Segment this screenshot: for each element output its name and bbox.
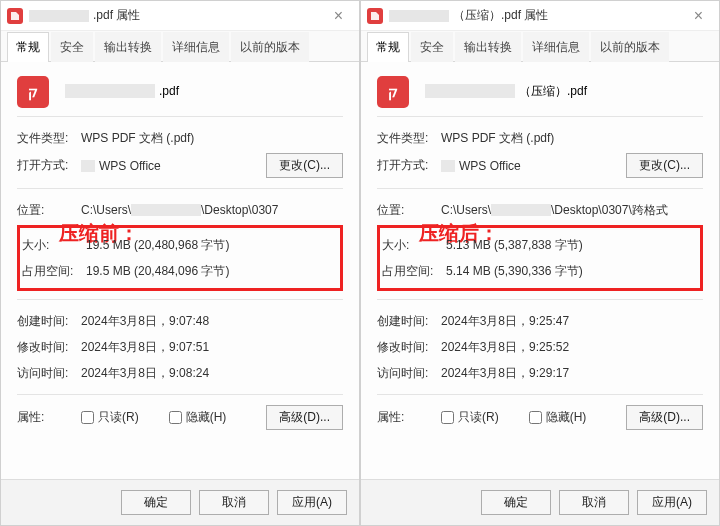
value-open: WPS Office — [459, 159, 521, 173]
label-used: 占用空间: — [22, 263, 86, 280]
loc-suffix: \Desktop\0307 — [201, 203, 278, 217]
label-attributes: 属性: — [17, 409, 81, 426]
label-type: 文件类型: — [377, 130, 441, 147]
file-type-icon: ק — [377, 76, 409, 108]
loc-suffix: \Desktop\0307\跨格式 — [551, 202, 668, 219]
tab-bar: 常规 安全 输出转换 详细信息 以前的版本 — [361, 31, 719, 62]
value-accessed: 2024年3月8日，9:08:24 — [81, 365, 343, 382]
ok-button[interactable]: 确定 — [481, 490, 551, 515]
cancel-button[interactable]: 取消 — [559, 490, 629, 515]
advanced-button[interactable]: 高级(D)... — [266, 405, 343, 430]
highlight-box-before: 大小:19.5 MB (20,480,968 字节) 占用空间:19.5 MB … — [17, 225, 343, 291]
value-created: 2024年3月8日，9:07:48 — [81, 313, 343, 330]
redacted-user — [491, 204, 551, 216]
tab-bar: 常规 安全 输出转换 详细信息 以前的版本 — [1, 31, 359, 62]
filename-field[interactable]: .pdf — [65, 74, 343, 108]
filename-field[interactable]: （压缩）.pdf — [425, 74, 703, 108]
label-size: 大小: — [382, 237, 446, 254]
file-type-icon: ק — [17, 76, 49, 108]
window-title: （压缩）.pdf 属性 — [453, 7, 548, 24]
properties-dialog-after: （压缩）.pdf 属性 × 常规 安全 输出转换 详细信息 以前的版本 ק （压… — [360, 0, 720, 526]
tab-previous[interactable]: 以前的版本 — [231, 32, 309, 62]
close-icon[interactable]: × — [324, 3, 353, 29]
change-button[interactable]: 更改(C)... — [626, 153, 703, 178]
tab-details[interactable]: 详细信息 — [523, 32, 589, 62]
window-title: .pdf 属性 — [93, 7, 140, 24]
label-accessed: 访问时间: — [17, 365, 81, 382]
tab-details[interactable]: 详细信息 — [163, 32, 229, 62]
redacted-title — [389, 10, 449, 22]
change-button[interactable]: 更改(C)... — [266, 153, 343, 178]
value-created: 2024年3月8日，9:25:47 — [441, 313, 703, 330]
apply-button[interactable]: 应用(A) — [277, 490, 347, 515]
label-created: 创建时间: — [17, 313, 81, 330]
tab-general[interactable]: 常规 — [367, 32, 409, 62]
value-used: 19.5 MB (20,484,096 字节) — [86, 263, 338, 280]
apply-button[interactable]: 应用(A) — [637, 490, 707, 515]
value-used: 5.14 MB (5,390,336 字节) — [446, 263, 698, 280]
label-type: 文件类型: — [17, 130, 81, 147]
hidden-checkbox[interactable]: 隐藏(H) — [529, 409, 587, 426]
redacted-app-icon — [81, 160, 95, 172]
label-location: 位置: — [377, 202, 441, 219]
tab-general[interactable]: 常规 — [7, 32, 49, 62]
titlebar: .pdf 属性 × — [1, 1, 359, 31]
value-type: WPS PDF 文档 (.pdf) — [81, 130, 343, 147]
label-open: 打开方式: — [377, 157, 441, 174]
label-location: 位置: — [17, 202, 81, 219]
value-type: WPS PDF 文档 (.pdf) — [441, 130, 703, 147]
label-accessed: 访问时间: — [377, 365, 441, 382]
ok-button[interactable]: 确定 — [121, 490, 191, 515]
pdf-icon — [7, 8, 23, 24]
tab-security[interactable]: 安全 — [411, 32, 453, 62]
tab-previous[interactable]: 以前的版本 — [591, 32, 669, 62]
pdf-icon — [367, 8, 383, 24]
properties-dialog-before: .pdf 属性 × 常规 安全 输出转换 详细信息 以前的版本 ק .pdf 文… — [0, 0, 360, 526]
advanced-button[interactable]: 高级(D)... — [626, 405, 703, 430]
dialog-body: ק （压缩）.pdf 文件类型:WPS PDF 文档 (.pdf) 打开方式:W… — [361, 62, 719, 479]
value-size: 19.5 MB (20,480,968 字节) — [86, 237, 338, 254]
label-attributes: 属性: — [377, 409, 441, 426]
cancel-button[interactable]: 取消 — [199, 490, 269, 515]
redacted-app-icon — [441, 160, 455, 172]
loc-prefix: C:\Users\ — [81, 203, 131, 217]
readonly-checkbox[interactable]: 只读(R) — [81, 409, 139, 426]
dialog-footer: 确定 取消 应用(A) — [361, 479, 719, 525]
hidden-checkbox[interactable]: 隐藏(H) — [169, 409, 227, 426]
value-modified: 2024年3月8日，9:07:51 — [81, 339, 343, 356]
titlebar: （压缩）.pdf 属性 × — [361, 1, 719, 31]
label-modified: 修改时间: — [17, 339, 81, 356]
label-modified: 修改时间: — [377, 339, 441, 356]
readonly-checkbox[interactable]: 只读(R) — [441, 409, 499, 426]
filename-suffix: .pdf — [159, 84, 179, 98]
value-accessed: 2024年3月8日，9:29:17 — [441, 365, 703, 382]
tab-security[interactable]: 安全 — [51, 32, 93, 62]
label-size: 大小: — [22, 237, 86, 254]
filename-suffix: （压缩）.pdf — [519, 83, 587, 100]
value-open: WPS Office — [99, 159, 161, 173]
loc-prefix: C:\Users\ — [441, 203, 491, 217]
highlight-box-after: 大小:5.13 MB (5,387,838 字节) 占用空间:5.14 MB (… — [377, 225, 703, 291]
dialog-footer: 确定 取消 应用(A) — [1, 479, 359, 525]
redacted-user — [131, 204, 201, 216]
tab-output[interactable]: 输出转换 — [95, 32, 161, 62]
dialog-body: ק .pdf 文件类型:WPS PDF 文档 (.pdf) 打开方式:WPS O… — [1, 62, 359, 479]
redacted-title — [29, 10, 89, 22]
value-modified: 2024年3月8日，9:25:52 — [441, 339, 703, 356]
redacted-filename — [425, 84, 515, 98]
label-used: 占用空间: — [382, 263, 446, 280]
label-open: 打开方式: — [17, 157, 81, 174]
close-icon[interactable]: × — [684, 3, 713, 29]
redacted-filename — [65, 84, 155, 98]
label-created: 创建时间: — [377, 313, 441, 330]
tab-output[interactable]: 输出转换 — [455, 32, 521, 62]
value-size: 5.13 MB (5,387,838 字节) — [446, 237, 698, 254]
